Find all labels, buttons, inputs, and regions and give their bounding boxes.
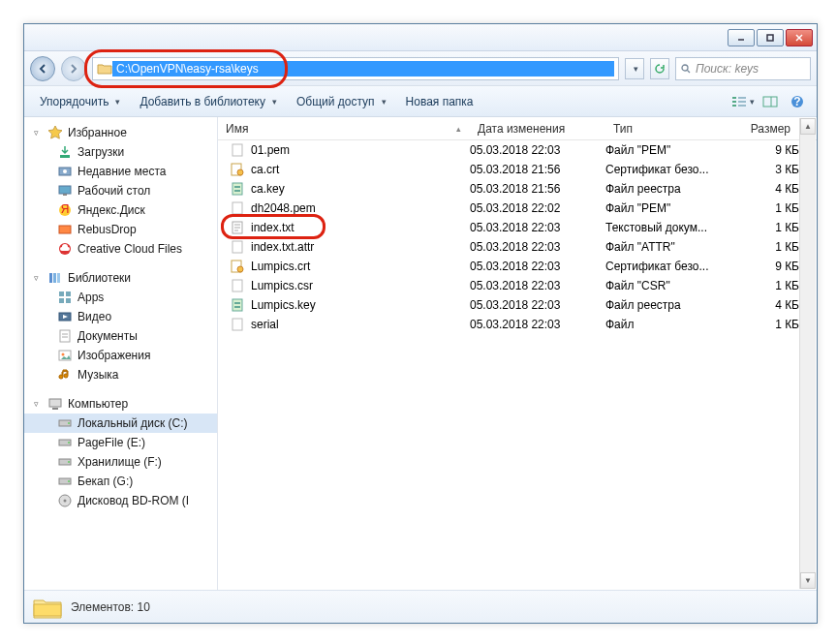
sidebar-item[interactable]: Apps	[24, 288, 217, 307]
svg-point-43	[68, 442, 70, 444]
file-icon	[230, 297, 245, 313]
sidebar-item[interactable]: Недавние места	[24, 162, 217, 181]
hdd-icon	[57, 415, 73, 431]
maximize-button[interactable]	[757, 29, 784, 46]
sidebar-item[interactable]: Изображения	[24, 346, 217, 365]
hdd-icon	[57, 435, 73, 450]
bd-icon	[57, 493, 73, 508]
svg-rect-26	[53, 273, 56, 283]
sidebar-header[interactable]: ▿Избранное	[24, 123, 217, 142]
folder-icon	[97, 61, 112, 77]
file-icon	[230, 162, 245, 177]
address-dropdown[interactable]	[625, 58, 644, 79]
sidebar-item[interactable]: Локальный диск (C:)	[24, 414, 217, 433]
sidebar-item[interactable]: Бекап (G:)	[24, 472, 217, 491]
svg-text:Я: Я	[61, 202, 70, 216]
yd-icon: Я	[57, 202, 73, 218]
back-button[interactable]	[30, 56, 55, 81]
svg-point-52	[237, 169, 243, 175]
sidebar-item[interactable]: Рабочий стол	[24, 181, 217, 200]
file-row[interactable]: index.txt 05.03.2018 22:03 Текстовый док…	[218, 218, 817, 237]
status-bar: Элементов: 10	[24, 590, 817, 623]
file-row[interactable]: Lumpics.csr 05.03.2018 22:03 Файл "CSR" …	[218, 276, 817, 295]
new-folder-button[interactable]: Новая папка	[398, 90, 481, 113]
file-row[interactable]: serial 05.03.2018 22:03 Файл 1 КБ	[218, 315, 817, 334]
col-name[interactable]: Имя▴	[218, 122, 470, 136]
col-date[interactable]: Дата изменения	[470, 122, 605, 136]
svg-rect-29	[66, 291, 71, 296]
file-row[interactable]: ca.crt 05.03.2018 21:56 Сертификат безо.…	[218, 160, 817, 179]
sidebar-item[interactable]: PageFile (E:)	[24, 433, 217, 452]
svg-rect-23	[59, 226, 71, 233]
minimize-button[interactable]	[728, 29, 755, 46]
file-row[interactable]: index.txt.attr 05.03.2018 22:03 Файл "AT…	[218, 237, 817, 257]
svg-rect-25	[49, 273, 52, 283]
vertical-scrollbar[interactable]: ▲ ▼	[799, 118, 816, 589]
col-type[interactable]: Тип	[605, 122, 731, 136]
svg-point-18	[63, 169, 67, 173]
svg-point-41	[68, 422, 70, 424]
help-button[interactable]: ?	[786, 90, 809, 113]
toolbar: Упорядочить Добавить в библиотеку Общий …	[24, 86, 817, 117]
svg-rect-54	[234, 186, 240, 188]
mus-icon	[57, 367, 73, 383]
file-list: 01.pem 05.03.2018 22:03 Файл "PEM" 9 КБ …	[218, 140, 817, 590]
file-icon	[230, 181, 245, 197]
forward-button[interactable]	[61, 56, 86, 81]
file-icon	[230, 142, 245, 158]
dl-icon	[57, 144, 73, 160]
sidebar-item[interactable]: Документы	[24, 326, 217, 346]
sidebar-header[interactable]: ▿Библиотеки	[24, 268, 217, 288]
hdd-icon	[57, 454, 73, 470]
refresh-button[interactable]	[650, 58, 669, 79]
svg-rect-6	[732, 97, 736, 99]
scroll-down-button[interactable]: ▼	[800, 572, 816, 589]
svg-rect-33	[60, 330, 70, 342]
file-row[interactable]: 01.pem 05.03.2018 22:03 Файл "PEM" 9 КБ	[218, 140, 817, 160]
search-icon	[680, 63, 692, 75]
file-icon	[230, 239, 245, 255]
svg-point-37	[62, 353, 65, 356]
address-bar[interactable]	[92, 57, 619, 80]
svg-rect-7	[732, 101, 736, 103]
file-row[interactable]: ca.key 05.03.2018 21:56 Файл реестра 4 К…	[218, 179, 817, 199]
sidebar-header[interactable]: ▿Компьютер	[24, 394, 217, 414]
sidebar-item[interactable]: Видео	[24, 307, 217, 326]
col-size[interactable]: Размер	[731, 122, 799, 136]
sidebar-item[interactable]: Дисковод BD-ROM (I	[24, 491, 217, 510]
search-box[interactable]: Поиск: keys	[675, 57, 811, 80]
svg-rect-10	[738, 101, 746, 103]
sidebar-item[interactable]: ЯЯндекс.Диск	[24, 200, 217, 220]
sidebar-item[interactable]: Creative Cloud Files	[24, 239, 217, 259]
organize-button[interactable]: Упорядочить	[32, 90, 128, 113]
svg-rect-68	[232, 319, 242, 330]
svg-point-49	[64, 500, 67, 503]
svg-rect-27	[57, 273, 60, 283]
sidebar-item[interactable]: Загрузки	[24, 142, 217, 162]
address-bar-wrap	[92, 57, 619, 80]
sidebar-item[interactable]: Музыка	[24, 365, 217, 384]
sidebar: ▿ИзбранноеЗагрузкиНедавние местаРабочий …	[24, 117, 218, 590]
svg-line-5	[688, 70, 691, 73]
recent-icon	[57, 164, 73, 179]
folder-large-icon	[32, 595, 63, 620]
svg-rect-64	[232, 280, 242, 291]
svg-point-63	[237, 266, 243, 272]
svg-rect-11	[738, 105, 746, 107]
file-row[interactable]: Lumpics.crt 05.03.2018 22:03 Сертификат …	[218, 257, 817, 276]
file-row[interactable]: Lumpics.key 05.03.2018 22:03 Файл реестр…	[218, 295, 817, 315]
file-icon	[230, 220, 245, 235]
nav-row: Поиск: keys	[24, 51, 817, 86]
desk-icon	[57, 183, 73, 199]
scroll-up-button[interactable]: ▲	[800, 118, 816, 135]
view-button[interactable]	[731, 90, 755, 113]
sidebar-item[interactable]: Хранилище (F:)	[24, 452, 217, 472]
comp-icon	[47, 396, 63, 412]
file-row[interactable]: dh2048.pem 05.03.2018 22:02 Файл "PEM" 1…	[218, 199, 817, 218]
close-button[interactable]	[786, 29, 813, 46]
share-button[interactable]: Общий доступ	[289, 90, 394, 113]
address-input[interactable]	[112, 61, 614, 77]
sidebar-item[interactable]: RebusDrop	[24, 220, 217, 239]
preview-pane-button[interactable]	[759, 90, 782, 113]
add-to-library-button[interactable]: Добавить в библиотеку	[132, 90, 285, 113]
